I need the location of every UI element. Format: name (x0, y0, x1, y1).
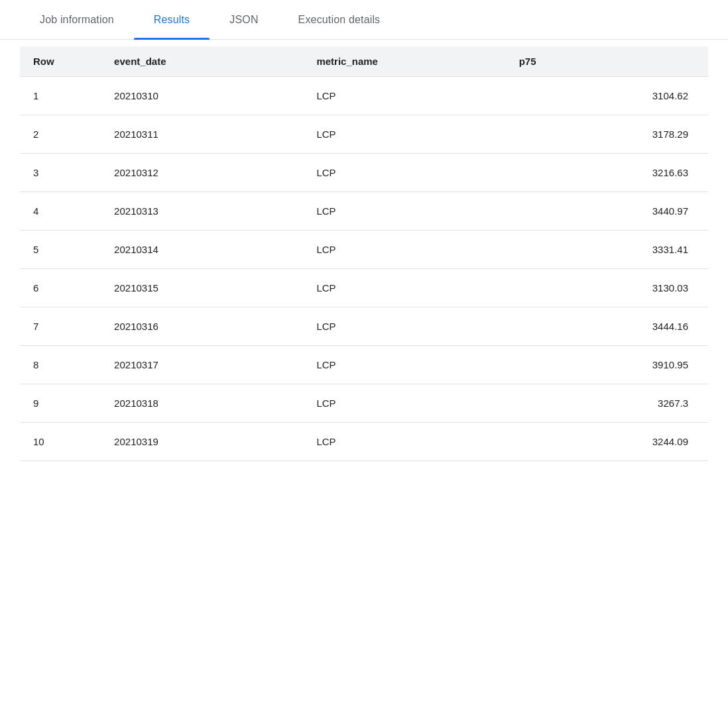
cell-metric_name: LCP (303, 384, 505, 423)
cell-event_date: 20210314 (101, 231, 303, 269)
table-row: 520210314LCP3331.41 (20, 231, 708, 269)
cell-row: 3 (20, 154, 101, 192)
cell-row: 9 (20, 384, 101, 423)
results-table: Rowevent_datemetric_namep75 120210310LCP… (20, 46, 708, 461)
cell-row: 10 (20, 423, 101, 461)
table-row: 820210317LCP3910.95 (20, 346, 708, 384)
table-row: 120210310LCP3104.62 (20, 77, 708, 115)
cell-p75: 3216.63 (506, 154, 708, 192)
cell-p75: 3178.29 (506, 115, 708, 154)
table-header: Rowevent_datemetric_namep75 (20, 46, 708, 77)
tab-results[interactable]: Results (134, 0, 210, 40)
cell-metric_name: LCP (303, 77, 505, 115)
cell-event_date: 20210315 (101, 269, 303, 307)
cell-metric_name: LCP (303, 231, 505, 269)
cell-p75: 3331.41 (506, 231, 708, 269)
table-row: 920210318LCP3267.3 (20, 384, 708, 423)
cell-metric_name: LCP (303, 192, 505, 231)
col-header-row: Row (20, 46, 101, 77)
cell-p75: 3444.16 (506, 307, 708, 346)
cell-metric_name: LCP (303, 269, 505, 307)
col-header-p75: p75 (506, 46, 708, 77)
table-row: 720210316LCP3444.16 (20, 307, 708, 346)
cell-metric_name: LCP (303, 346, 505, 384)
table-row: 1020210319LCP3244.09 (20, 423, 708, 461)
cell-row: 2 (20, 115, 101, 154)
table-row: 320210312LCP3216.63 (20, 154, 708, 192)
cell-event_date: 20210313 (101, 192, 303, 231)
cell-row: 4 (20, 192, 101, 231)
cell-row: 6 (20, 269, 101, 307)
tab-json[interactable]: JSON (210, 0, 278, 40)
results-table-container: Rowevent_datemetric_namep75 120210310LCP… (0, 46, 728, 461)
cell-metric_name: LCP (303, 154, 505, 192)
cell-event_date: 20210317 (101, 346, 303, 384)
cell-p75: 3244.09 (506, 423, 708, 461)
table-row: 220210311LCP3178.29 (20, 115, 708, 154)
cell-row: 8 (20, 346, 101, 384)
table-body: 120210310LCP3104.62220210311LCP3178.2932… (20, 77, 708, 461)
col-header-metric_name: metric_name (303, 46, 505, 77)
table-row: 620210315LCP3130.03 (20, 269, 708, 307)
cell-event_date: 20210319 (101, 423, 303, 461)
cell-event_date: 20210310 (101, 77, 303, 115)
cell-p75: 3910.95 (506, 346, 708, 384)
cell-p75: 3104.62 (506, 77, 708, 115)
cell-event_date: 20210316 (101, 307, 303, 346)
cell-p75: 3267.3 (506, 384, 708, 423)
cell-row: 1 (20, 77, 101, 115)
cell-event_date: 20210312 (101, 154, 303, 192)
cell-event_date: 20210311 (101, 115, 303, 154)
header-row: Rowevent_datemetric_namep75 (20, 46, 708, 77)
tab-job-information[interactable]: Job information (20, 0, 134, 40)
cell-event_date: 20210318 (101, 384, 303, 423)
col-header-event_date: event_date (101, 46, 303, 77)
cell-metric_name: LCP (303, 115, 505, 154)
cell-metric_name: LCP (303, 423, 505, 461)
tabs-bar: Job informationResultsJSONExecution deta… (0, 0, 728, 40)
cell-metric_name: LCP (303, 307, 505, 346)
table-row: 420210313LCP3440.97 (20, 192, 708, 231)
tab-execution-details[interactable]: Execution details (278, 0, 400, 40)
cell-row: 5 (20, 231, 101, 269)
cell-row: 7 (20, 307, 101, 346)
cell-p75: 3130.03 (506, 269, 708, 307)
cell-p75: 3440.97 (506, 192, 708, 231)
